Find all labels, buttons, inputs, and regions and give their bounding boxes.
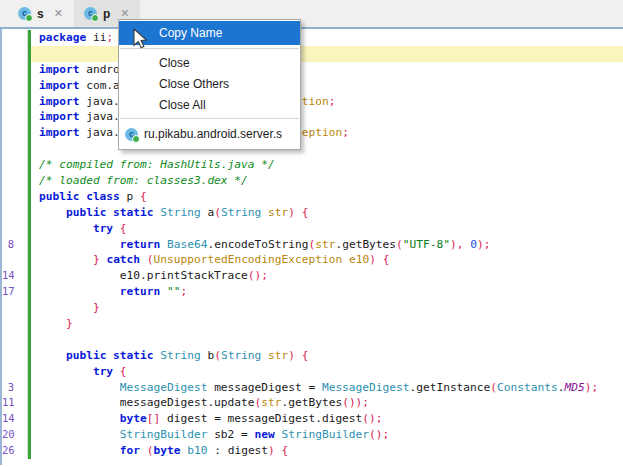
code-line[interactable]: 8 return Base64.encodeToString(str.getBy…: [2, 237, 623, 253]
code-text: try {: [31, 221, 623, 237]
line-number: [2, 62, 28, 78]
code-line[interactable]: import java.io.UnsupportedEncodingExcept…: [2, 94, 623, 110]
line-number: [2, 252, 28, 268]
code-line[interactable]: public static String b(String str) {: [2, 348, 623, 364]
code-line[interactable]: }: [2, 300, 623, 316]
code-text: public class p {: [31, 189, 623, 205]
code-line[interactable]: 20 StringBuilder sb2 = new StringBuilder…: [2, 427, 623, 443]
line-number: [2, 109, 28, 125]
tab-label: p: [103, 7, 110, 21]
line-number: [2, 364, 28, 380]
code-line[interactable]: import java.security.NoSuchAlgorithmExce…: [2, 125, 623, 141]
code-text: [31, 332, 623, 348]
class-icon: c: [18, 7, 31, 20]
line-number: [2, 94, 28, 110]
code-text: StringBuilder sb2 = new StringBuilder();: [31, 427, 623, 443]
menu-item-close-others[interactable]: Close Others: [119, 73, 300, 94]
line-number: 8: [2, 237, 28, 253]
code-line[interactable]: 26 for (byte b10 : digest) {: [2, 443, 623, 459]
code-text: try {: [31, 364, 623, 380]
code-line[interactable]: import java.security.MessageDigest;: [2, 109, 623, 125]
menu-item-label: ru.pikabu.android.server.s: [144, 127, 282, 141]
tab-s[interactable]: cs✕: [8, 0, 74, 27]
tab-close-icon[interactable]: ✕: [120, 8, 129, 19]
code-text: return Base64.encodeToString(str.getByte…: [31, 237, 623, 253]
code-line[interactable]: 11 messageDigest.update(str.getBytes());: [2, 395, 623, 411]
line-number: [2, 30, 28, 46]
line-number: [2, 348, 28, 364]
line-number: [2, 189, 28, 205]
code-text: byte[] digest = messageDigest.digest();: [31, 411, 623, 427]
line-number: [2, 141, 28, 157]
code-line[interactable]: /* loaded from: classes3.dex */: [2, 173, 623, 189]
code-line[interactable]: 14 byte[] digest = messageDigest.digest(…: [2, 411, 623, 427]
tab-close-icon[interactable]: ✕: [54, 8, 63, 19]
code-line[interactable]: 17 return "";: [2, 284, 623, 300]
menu-item-label: Close All: [159, 98, 206, 112]
line-number: [2, 332, 28, 348]
code-line[interactable]: package ii;: [2, 30, 623, 46]
code-text: /* compiled from: HashUtils.java */: [31, 157, 623, 173]
line-number: [2, 221, 28, 237]
code-line[interactable]: public static String a(String str) {: [2, 205, 623, 221]
mouse-cursor: [133, 28, 149, 50]
menu-item-label: Close: [159, 56, 190, 70]
line-number: [2, 125, 28, 141]
menu-item-label: Close Others: [159, 77, 229, 91]
code-text: public static String b(String str) {: [31, 348, 623, 364]
menu-separator: [120, 118, 299, 119]
code-line[interactable]: }: [2, 316, 623, 332]
editor-tab-bar: cs✕cp✕: [0, 0, 623, 29]
code-text: MessageDigest messageDigest = MessageDig…: [31, 380, 623, 396]
line-number: [2, 78, 28, 94]
code-line[interactable]: 14 e10.printStackTrace();: [2, 268, 623, 284]
menu-item-close-all[interactable]: Close All: [119, 94, 300, 115]
code-line[interactable]: import android.util.Base64;: [2, 62, 623, 78]
code-text: return "";: [31, 284, 623, 300]
code-line[interactable]: [2, 332, 623, 348]
line-number: [2, 205, 28, 221]
line-number: 3: [2, 380, 28, 396]
tab-label: s: [37, 7, 44, 21]
line-number: [2, 173, 28, 189]
code-line[interactable]: public class p {: [2, 189, 623, 205]
menu-item-ru-pikabu-android-server-s[interactable]: cru.pikabu.android.server.s: [119, 122, 300, 146]
code-line[interactable]: 3 MessageDigest messageDigest = MessageD…: [2, 380, 623, 396]
line-number: [2, 300, 28, 316]
line-number: 20: [2, 427, 28, 443]
menu-item-close[interactable]: Close: [119, 52, 300, 73]
menu-item-label: Copy Name: [159, 26, 222, 40]
line-number: 17: [2, 284, 28, 300]
code-text: for (byte b10 : digest) {: [31, 443, 623, 459]
code-line[interactable]: try {: [2, 364, 623, 380]
code-line[interactable]: import com.adjust.sdk.Constants;: [2, 78, 623, 94]
line-number: [2, 316, 28, 332]
class-icon: c: [125, 128, 138, 141]
code-text: }: [31, 316, 623, 332]
code-line[interactable]: [2, 46, 623, 62]
code-line[interactable]: } catch (UnsupportedEncodingException e1…: [2, 252, 623, 268]
line-number: 26: [2, 443, 28, 459]
code-text: /* loaded from: classes3.dex */: [31, 173, 623, 189]
code-text: e10.printStackTrace();: [31, 268, 623, 284]
line-number: 14: [2, 268, 28, 284]
line-number: [2, 46, 28, 62]
code-text: }: [31, 300, 623, 316]
code-editor[interactable]: package ii;import android.util.Base64;im…: [0, 29, 623, 465]
code-line[interactable]: try {: [2, 221, 623, 237]
class-icon: c: [84, 7, 97, 20]
line-number: [2, 157, 28, 173]
line-number: 11: [2, 395, 28, 411]
code-text: } catch (UnsupportedEncodingException e1…: [31, 252, 623, 268]
code-line[interactable]: [2, 141, 623, 157]
code-line[interactable]: /* compiled from: HashUtils.java */: [2, 157, 623, 173]
code-text: public static String a(String str) {: [31, 205, 623, 221]
line-number: 14: [2, 411, 28, 427]
code-text: messageDigest.update(str.getBytes());: [31, 395, 623, 411]
